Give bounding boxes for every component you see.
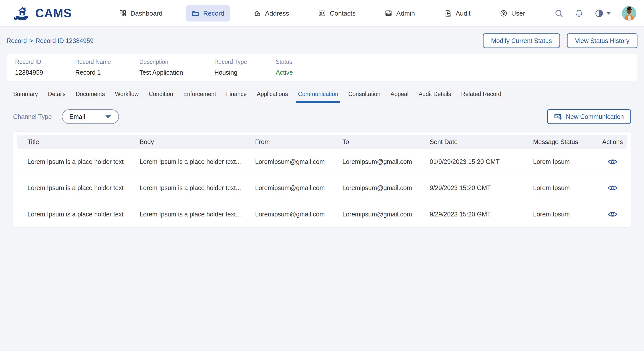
topbar-actions bbox=[554, 6, 636, 21]
breadcrumb-record[interactable]: Record bbox=[7, 37, 27, 44]
cell-body: Lorem Ipsum is a place holder text... bbox=[140, 184, 255, 192]
description-value: Test Application bbox=[139, 69, 214, 76]
description-label: Description bbox=[139, 59, 214, 65]
cell-sent-date: 9/29/2023 15:20 GMT bbox=[430, 184, 533, 192]
tab-workflow[interactable]: Workflow bbox=[115, 91, 139, 102]
record-id-label: Record ID bbox=[15, 59, 75, 65]
cell-from: Loremipsum@gmail.com bbox=[255, 184, 342, 192]
new-communication-button[interactable]: New Communication bbox=[547, 109, 631, 124]
tab-enforcement[interactable]: Enforcement bbox=[183, 91, 216, 102]
nav-label: Admin bbox=[396, 9, 415, 17]
breadcrumb-current: Record ID 12384959 bbox=[35, 37, 94, 44]
nav-label: Record bbox=[203, 9, 224, 17]
folder-icon bbox=[192, 9, 199, 17]
record-id-value: 12384959 bbox=[15, 69, 75, 76]
record-type-label: Record Type bbox=[214, 59, 276, 65]
nav-label: Dashboard bbox=[131, 9, 163, 17]
col-actions: Actions bbox=[598, 138, 627, 146]
status-badge: Active bbox=[276, 69, 293, 76]
brand-name: CAMS bbox=[35, 6, 72, 20]
nav-item-user[interactable]: User bbox=[494, 5, 531, 21]
tab-documents[interactable]: Documents bbox=[76, 91, 105, 102]
dropdown-triangle-icon bbox=[105, 115, 111, 119]
record-type-field: Record Type Housing bbox=[214, 54, 276, 81]
col-to: To bbox=[342, 138, 430, 146]
tab-summary[interactable]: Summary bbox=[13, 91, 38, 102]
cell-message-status: Lorem Ipsum bbox=[533, 211, 598, 218]
nav-label: Address bbox=[265, 9, 289, 17]
nav-item-admin[interactable]: Admin bbox=[379, 5, 421, 21]
avatar[interactable] bbox=[622, 6, 636, 21]
admin-window-gear-icon bbox=[385, 9, 393, 17]
nav-item-audit[interactable]: Audit bbox=[438, 5, 476, 21]
top-navbar: CAMS Dashboard Record bbox=[0, 0, 644, 27]
search-icon[interactable] bbox=[554, 9, 564, 18]
tab-details[interactable]: Details bbox=[48, 91, 65, 102]
modify-current-status-button[interactable]: Modify Current Status bbox=[483, 33, 560, 48]
dashboard-grid-icon bbox=[119, 9, 127, 17]
table-header-row: Title Body From To Sent Date Message Sta… bbox=[17, 135, 627, 149]
tab-appeal[interactable]: Appeal bbox=[390, 91, 409, 102]
envelope-plus-icon bbox=[554, 113, 562, 120]
nav-item-contacts[interactable]: Contacts bbox=[313, 5, 361, 21]
cell-title: Lorem Ipsum is a place holder text bbox=[27, 211, 140, 218]
cell-body: Lorem Ipsum is a place holder text... bbox=[140, 211, 255, 218]
page-header: Record > Record ID 12384959 Modify Curre… bbox=[0, 27, 644, 54]
channel-type-dropdown[interactable]: Email bbox=[62, 109, 119, 124]
record-info-card: Record ID 12384959 Record Name Record 1 … bbox=[7, 54, 637, 81]
nav-item-record[interactable]: Record bbox=[186, 5, 230, 21]
tab-related-record[interactable]: Related Record bbox=[461, 91, 501, 102]
brand-logo[interactable]: CAMS bbox=[14, 5, 72, 22]
eye-icon bbox=[608, 211, 617, 218]
main-nav: Dashboard Record Address bbox=[113, 5, 531, 21]
cell-to: Loremipsum@gmail.com bbox=[342, 184, 430, 192]
communications-table: Title Body From To Sent Date Message Sta… bbox=[13, 131, 631, 228]
channel-type-label: Channel Type bbox=[13, 113, 52, 120]
breadcrumb-separator: > bbox=[29, 37, 33, 44]
col-title: Title bbox=[27, 138, 140, 146]
cell-sent-date: 01/9/29/2023 15:20 GMT bbox=[430, 158, 533, 165]
eye-icon bbox=[608, 185, 617, 191]
tab-communication[interactable]: Communication bbox=[298, 91, 338, 102]
col-from: From bbox=[255, 138, 342, 146]
view-communication-button[interactable] bbox=[608, 211, 617, 218]
tab-consultation[interactable]: Consultation bbox=[348, 91, 380, 102]
nav-label: Contacts bbox=[330, 9, 356, 17]
tab-condition[interactable]: Condition bbox=[149, 91, 173, 102]
cell-sent-date: 9/29/2023 15:20 GMT bbox=[430, 211, 533, 218]
status-field: Status Active bbox=[276, 54, 293, 81]
record-name-field: Record Name Record 1 bbox=[75, 54, 139, 81]
col-body: Body bbox=[140, 138, 255, 146]
nav-item-address[interactable]: Address bbox=[248, 5, 295, 21]
cell-title: Lorem Ipsum is a place holder text bbox=[27, 158, 140, 165]
cell-to: Loremipsum@gmail.com bbox=[342, 158, 430, 165]
record-type-value: Housing bbox=[214, 69, 276, 76]
house-in-hand-icon bbox=[14, 5, 31, 22]
cell-body: Lorem Ipsum is a place holder text... bbox=[140, 158, 255, 165]
eye-icon bbox=[608, 158, 617, 165]
nav-label: Audit bbox=[456, 9, 470, 17]
cell-message-status: Lorem Ipsum bbox=[533, 184, 598, 192]
tab-applications[interactable]: Applications bbox=[257, 91, 288, 102]
nav-item-dashboard[interactable]: Dashboard bbox=[113, 5, 168, 21]
address-house-search-icon bbox=[254, 9, 261, 17]
audit-document-search-icon bbox=[444, 9, 452, 17]
table-row: Lorem Ipsum is a place holder text Lorem… bbox=[17, 175, 627, 201]
record-id-field: Record ID 12384959 bbox=[15, 54, 75, 81]
cell-from: Loremipsum@gmail.com bbox=[255, 158, 342, 165]
channel-type-value: Email bbox=[69, 113, 85, 120]
theme-toggle-icon[interactable] bbox=[595, 9, 611, 18]
view-communication-button[interactable] bbox=[608, 158, 617, 165]
cell-to: Loremipsum@gmail.com bbox=[342, 211, 430, 218]
status-label: Status bbox=[276, 59, 293, 65]
col-sent-date: Sent Date bbox=[430, 138, 533, 146]
tab-finance[interactable]: Finance bbox=[226, 91, 247, 102]
cell-title: Lorem Ipsum is a place holder text bbox=[27, 184, 140, 192]
chevron-down-icon bbox=[606, 12, 611, 15]
view-status-history-button[interactable]: View Status History bbox=[567, 33, 637, 48]
notifications-bell-icon[interactable] bbox=[575, 9, 584, 18]
view-communication-button[interactable] bbox=[608, 185, 617, 191]
table-row: Lorem Ipsum is a place holder text Lorem… bbox=[17, 149, 627, 175]
contacts-card-icon bbox=[318, 9, 326, 17]
tab-audit-details[interactable]: Audit Details bbox=[419, 91, 451, 102]
